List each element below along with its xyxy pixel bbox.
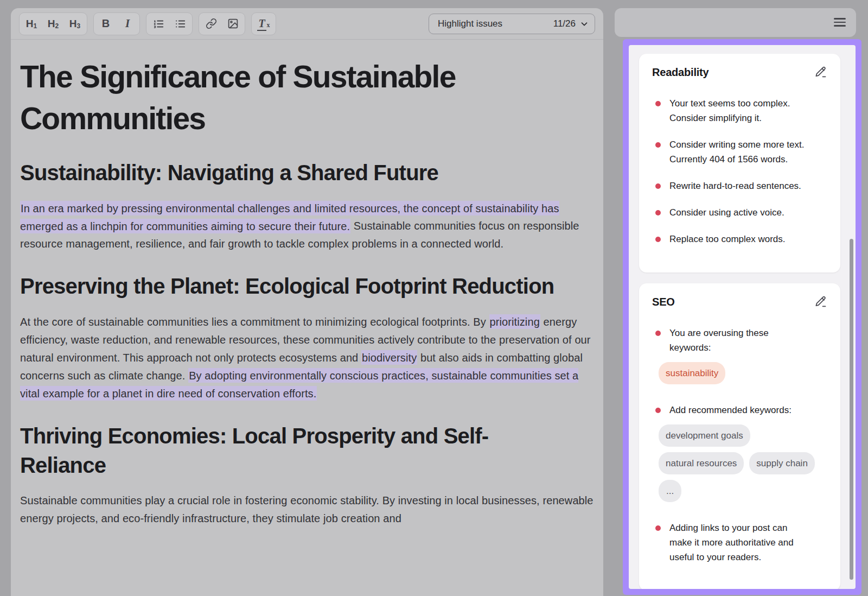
ordered-list-button[interactable] (148, 14, 169, 34)
keyword-pills: sustainability (659, 362, 817, 384)
card-title: Readability (652, 66, 709, 79)
assistant-topbar (615, 8, 856, 37)
panel-scrollbar[interactable] (850, 239, 853, 580)
issue-item: Replace too complex words. (652, 232, 827, 246)
italic-icon: I (125, 17, 130, 30)
ordered-list-icon (152, 18, 164, 30)
issues-count: 11/26 (553, 18, 576, 29)
issue-item: Your text seems too complex. Consider si… (652, 96, 827, 125)
chevron-down-icon (579, 19, 589, 29)
document-body[interactable]: The Significance of Sustainable Communit… (11, 40, 603, 528)
keyword-pill[interactable]: development goals (659, 424, 750, 447)
issue-dot-icon (655, 142, 661, 148)
assistant-spotlight-panel: Readability Your text seems too complex.… (623, 39, 861, 595)
h3-label: H (69, 18, 77, 30)
card-header: SEO (652, 295, 827, 308)
keyword-pill[interactable]: sustainability (659, 362, 725, 384)
app-window: H1 H2 H3 B I (0, 0, 868, 596)
issue-dot-icon (655, 183, 661, 189)
edit-pencil-icon[interactable] (814, 66, 827, 79)
issue-text: Consider writing some more text. Current… (669, 137, 808, 167)
issue-dot-icon (655, 331, 661, 336)
link-button[interactable] (200, 14, 222, 34)
editor-panel: H1 H2 H3 B I (11, 8, 603, 596)
issue-item: Consider using active voice. (652, 205, 827, 220)
assistant-panel: Readability Your text seems too complex.… (629, 45, 856, 589)
doc-paragraph[interactable]: Sustainable communities play a crucial r… (20, 492, 594, 528)
readability-card: Readability Your text seems too complex.… (639, 54, 840, 272)
issue-highlight[interactable]: prioritizing (489, 314, 540, 329)
issue-dot-icon (655, 210, 661, 215)
document-sections: Sustainability: Navigating a Shared Futu… (20, 158, 594, 528)
heading-button-group: H1 H2 H3 (19, 12, 87, 35)
bold-icon: B (102, 17, 110, 30)
doc-heading[interactable]: Sustainability: Navigating a Shared Futu… (20, 158, 563, 187)
menu-icon[interactable] (834, 16, 846, 28)
issue-item: You are overusing these keywords:sustain… (652, 326, 827, 391)
h2-label: H (48, 18, 55, 30)
more-keywords-button[interactable]: ... (659, 480, 681, 502)
doc-heading[interactable]: Preserving the Planet: Ecological Footpr… (20, 271, 563, 301)
doc-heading[interactable]: Thriving Economies: Local Prosperity and… (20, 421, 563, 480)
doc-paragraph[interactable]: In an era marked by pressing environment… (20, 199, 594, 253)
issue-text: Add recommended keywords:development goa… (669, 403, 808, 509)
issue-dot-icon (655, 525, 661, 531)
list-button-group (146, 12, 193, 35)
highlight-issues-label: Highlight issues (438, 18, 553, 29)
bold-button[interactable]: B (95, 14, 117, 34)
issue-item: Consider writing some more text. Current… (652, 137, 827, 167)
issue-dot-icon (655, 237, 661, 242)
issue-text: Replace too complex words. (669, 232, 808, 246)
issue-item: Add recommended keywords:development goa… (652, 403, 827, 509)
h2-button[interactable]: H2 (42, 14, 64, 34)
insert-button-group (199, 12, 245, 35)
clear-formatting-button[interactable]: Tx (253, 14, 275, 34)
issue-text: You are overusing these keywords:sustain… (669, 326, 808, 391)
h3-button[interactable]: H3 (64, 14, 86, 34)
issue-item: Rewrite hard-to-read sentences. (652, 179, 827, 193)
h1-label: H (26, 18, 34, 30)
h1-button[interactable]: H1 (21, 14, 42, 34)
image-icon (227, 18, 239, 29)
clear-formatting-icon: Tx (257, 17, 270, 30)
issue-text: Adding links to your post can make it mo… (669, 521, 808, 565)
document-title[interactable]: The Significance of Sustainable Communit… (20, 56, 568, 140)
card-title: SEO (652, 296, 675, 308)
edit-pencil-icon[interactable] (814, 295, 827, 308)
clear-format-group: Tx (251, 12, 276, 35)
link-icon (206, 18, 217, 29)
doc-paragraph[interactable]: At the core of sustainable communities l… (20, 313, 594, 403)
issue-dot-icon (655, 101, 661, 106)
highlight-issues-dropdown[interactable]: Highlight issues 11/26 (429, 14, 595, 34)
issue-highlight[interactable]: biodiversity (361, 350, 417, 365)
issue-text: Consider using active voice. (669, 205, 808, 220)
italic-button[interactable]: I (117, 14, 138, 34)
format-button-group: B I (93, 12, 140, 35)
seo-card: SEO You are overusing these keywords:sus… (639, 283, 840, 589)
keyword-pill[interactable]: natural resources (659, 452, 744, 474)
keyword-pills: development goalsnatural resourcessupply… (659, 424, 817, 502)
image-button[interactable] (222, 14, 244, 34)
card-header: Readability (652, 66, 827, 79)
editor-toolbar: H1 H2 H3 B I (11, 8, 603, 40)
doc-text[interactable]: At the core of sustainable communities l… (20, 316, 489, 328)
issue-dot-icon (655, 408, 661, 413)
keyword-pill[interactable]: supply chain (749, 452, 815, 474)
issue-text: Rewrite hard-to-read sentences. (669, 179, 808, 193)
issue-item: Adding links to your post can make it mo… (652, 521, 827, 565)
bullet-list-button[interactable] (169, 14, 191, 34)
issue-text: Your text seems too complex. Consider si… (669, 96, 808, 125)
bullet-list-icon (174, 18, 186, 30)
doc-text[interactable]: Sustainable communities play a crucial r… (20, 494, 593, 524)
